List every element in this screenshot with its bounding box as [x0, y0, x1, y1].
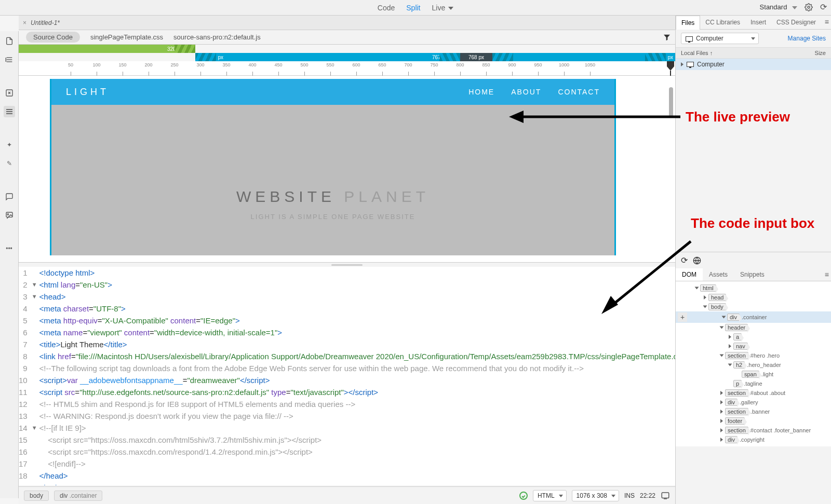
- related-file[interactable]: singlePageTemplate.css: [90, 33, 163, 41]
- svg-point-0: [808, 6, 810, 8]
- view-switcher: Code Split Live: [0, 0, 831, 16]
- preview-brand[interactable]: LIGHT: [66, 87, 109, 98]
- manage-icon[interactable]: [4, 54, 15, 65]
- no-errors-icon[interactable]: [519, 492, 528, 500]
- files-col-local[interactable]: Local Files ↑: [681, 50, 713, 56]
- tab-assets[interactable]: Assets: [703, 268, 734, 281]
- dom-node[interactable]: html: [676, 283, 831, 293]
- top-right-controls: Standard ⟳: [760, 2, 827, 12]
- chevron-down-icon: [448, 7, 453, 10]
- tab-snippets[interactable]: Snippets: [734, 268, 771, 281]
- source-code-pill[interactable]: Source Code: [26, 32, 80, 43]
- disclosure-triangle-icon[interactable]: [681, 62, 683, 66]
- preview-nav: HOME ABOUT CONTACT: [468, 88, 600, 96]
- related-file[interactable]: source-sans-pro:n2:default.js: [173, 33, 261, 41]
- dom-node[interactable]: section #hero .hero: [676, 351, 831, 360]
- sync-settings-icon[interactable]: ⟳: [820, 2, 827, 12]
- svg-marker-21: [601, 296, 618, 314]
- annotation-code-box: The code input box: [691, 215, 814, 231]
- live-preview-pane[interactable]: LIGHT HOME ABOUT CONTACT WEBSITE PLANET …: [19, 76, 675, 263]
- preview-hero-title: WEBSITE PLANET: [51, 188, 614, 206]
- tab-insert[interactable]: Insert: [745, 16, 771, 29]
- panel-menu-icon[interactable]: ≡: [825, 270, 829, 279]
- document-tab[interactable]: Untitled-1*: [31, 19, 60, 26]
- files-panel-tabs: Files CC Libraries Insert CSS Designer: [676, 16, 831, 30]
- dom-node[interactable]: div .gallery: [676, 398, 831, 407]
- dom-node[interactable]: header: [676, 323, 831, 332]
- status-bar: body div .container HTML 1076 x 308 INS …: [19, 486, 675, 504]
- gallery-icon[interactable]: [4, 210, 15, 221]
- svg-marker-12: [664, 35, 670, 40]
- preview-nav-item[interactable]: ABOUT: [511, 88, 541, 96]
- workspace-dropdown[interactable]: Standard: [760, 3, 797, 11]
- dom-node[interactable]: span .light: [676, 370, 831, 379]
- files-row-label: Computer: [697, 61, 725, 68]
- preview-nav-item[interactable]: CONTACT: [558, 88, 600, 96]
- dom-node[interactable]: div .copyright: [676, 435, 831, 444]
- comment-icon[interactable]: [4, 191, 15, 202]
- computer-icon: [687, 62, 694, 67]
- files-row-computer[interactable]: Computer: [676, 59, 831, 70]
- close-tab-icon[interactable]: ×: [23, 19, 26, 26]
- dom-node[interactable]: section #contact .footer_banner: [676, 426, 831, 435]
- ruler: 5010015020025030035040045050055060065070…: [19, 61, 675, 76]
- file-icon[interactable]: [4, 35, 15, 47]
- link-icon[interactable]: ✎: [4, 158, 15, 169]
- gear-icon[interactable]: [805, 3, 813, 11]
- split-view-icon[interactable]: [4, 106, 15, 117]
- chevron-down-icon: [792, 6, 797, 9]
- annotation-live-preview: The live preview: [686, 109, 790, 125]
- tag-crumb[interactable]: body: [24, 491, 49, 501]
- dom-node[interactable]: p .tagline: [676, 379, 831, 388]
- horizontal-splitter[interactable]: [19, 263, 675, 267]
- insert-mode: INS: [624, 492, 635, 499]
- preview-site[interactable]: LIGHT HOME ABOUT CONTACT WEBSITE PLANET …: [50, 79, 616, 255]
- svg-point-9: [7, 214, 9, 215]
- expand-icon[interactable]: [4, 87, 15, 99]
- code-editor[interactable]: 1<!doctype html>2▼<html lang="en-US">3▼<…: [19, 267, 675, 485]
- right-panel-column: Files CC Libraries Insert CSS Designer ≡…: [675, 16, 831, 504]
- tab-cc-libraries[interactable]: CC Libraries: [700, 16, 745, 29]
- dom-node[interactable]: section .banner: [676, 407, 831, 416]
- language-select[interactable]: HTML: [533, 490, 567, 501]
- preview-tagline: LIGHT IS A SIMPLE ONE PAGE WEBSITE: [51, 213, 614, 221]
- related-files-bar: Source Code singlePageTemplate.css sourc…: [19, 30, 675, 45]
- preview-browser-icon[interactable]: [661, 491, 670, 500]
- dom-tree[interactable]: html head body + div .container header a…: [676, 281, 831, 446]
- preview-hero[interactable]: WEBSITE PLANET LIGHT IS A SIMPLE ONE PAG…: [51, 188, 614, 221]
- view-code[interactable]: Code: [378, 4, 395, 12]
- tab-files[interactable]: Files: [676, 16, 700, 30]
- cursor-position: 22:22: [640, 492, 655, 499]
- wand-icon[interactable]: ✦: [4, 139, 15, 151]
- site-dropdown[interactable]: Computer: [681, 33, 759, 44]
- tag-crumb[interactable]: div .container: [54, 491, 102, 501]
- svg-line-20: [608, 241, 691, 309]
- view-split[interactable]: Split: [406, 4, 420, 12]
- media-query-bars[interactable]: 320 px 321 px767 px 768 px 1096 px: [19, 45, 675, 61]
- filter-icon[interactable]: [663, 33, 671, 42]
- dom-node[interactable]: section #about .about: [676, 388, 831, 398]
- dom-node[interactable]: a: [676, 332, 831, 342]
- arrow-icon: [592, 236, 696, 319]
- panel-menu-icon[interactable]: ≡: [825, 18, 829, 26]
- svg-marker-19: [509, 111, 524, 123]
- dom-node[interactable]: footer: [676, 416, 831, 426]
- preview-header: LIGHT HOME ABOUT CONTACT: [51, 79, 614, 105]
- dom-node[interactable]: nav: [676, 342, 831, 351]
- view-live[interactable]: Live: [432, 4, 454, 12]
- files-col-size[interactable]: Size: [815, 50, 826, 56]
- dom-node[interactable]: h2 .hero_header: [676, 360, 831, 370]
- preview-nav-item[interactable]: HOME: [468, 88, 494, 96]
- more-icon[interactable]: •••: [4, 243, 15, 254]
- manage-sites-link[interactable]: Manage Sites: [788, 35, 826, 42]
- size-select[interactable]: 1076 x 308: [572, 490, 619, 501]
- tab-css-designer[interactable]: CSS Designer: [771, 16, 821, 29]
- arrow-icon: [509, 109, 686, 125]
- svg-marker-13: [667, 61, 674, 71]
- dom-panel-tabs: DOM Assets Snippets: [676, 268, 831, 281]
- scrubber-handle-icon[interactable]: [666, 60, 675, 77]
- svg-rect-15: [662, 493, 669, 498]
- dom-node[interactable]: + div .container: [676, 311, 831, 323]
- dom-node[interactable]: body: [676, 302, 831, 311]
- dom-node[interactable]: head: [676, 293, 831, 302]
